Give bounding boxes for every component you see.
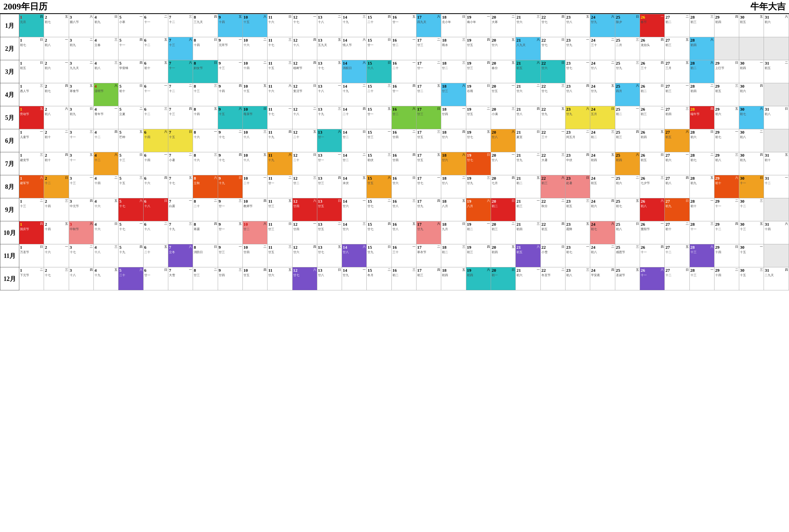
apr-7: 7二 十二: [168, 83, 193, 106]
dec-16: 16三 初二: [391, 267, 416, 290]
may-23: 23六 廿九: [565, 106, 590, 129]
mar-15: 15日 十八: [367, 60, 391, 83]
october-row: 10月 1四 国庆节 2五 十四 3六 中秋节 4日 十六 5一 十七 6二 十…: [0, 221, 789, 244]
march-row: 3月 1日 初五 2一 初六 3二 九九天 4三 初八 5四 学雷锋 6五 初十…: [0, 60, 789, 83]
may-row: 5月 1五 劳动节 2六 初八 3日 初九 4一 青年节 5二 立夏 6三 十二…: [0, 106, 789, 129]
feb-24: 24二 三十: [590, 37, 615, 60]
jun-31: [764, 129, 789, 152]
jan-7: 7三 十二: [168, 14, 193, 37]
jan-17: 17六 四九天: [417, 14, 441, 37]
jun-20: 20六 廿八: [491, 129, 516, 152]
jun-19: 19五 廿七: [466, 129, 491, 152]
dec-31: 31四 二九天: [764, 267, 789, 290]
oct-27: 27二 初十: [665, 221, 690, 244]
may-7: 7四 十三: [168, 106, 193, 129]
may-11: 11一 十七: [268, 106, 292, 129]
jul-9: 9四 十七: [218, 152, 242, 175]
feb-2: 2一 初八: [44, 37, 69, 60]
jun-26: 26五 初四: [640, 129, 664, 152]
feb-23: 23一 廿九: [565, 37, 590, 60]
apr-4: 4六 清明节: [94, 83, 118, 106]
dec-20: 20日 初一: [491, 267, 516, 290]
jun-12: 12五 二十: [292, 129, 317, 152]
month-label-feb: 2月: [0, 37, 19, 60]
oct-24: 24六 初七: [590, 221, 615, 244]
nov-9: 9一 廿三: [218, 244, 242, 267]
sep-26: 26六 初八: [640, 198, 664, 221]
oct-25: 25日 初八: [615, 221, 640, 244]
jan-23: 23五 廿八: [565, 14, 590, 37]
apr-31: [764, 83, 789, 106]
apr-13: 13一 十八: [317, 83, 342, 106]
feb-4: 4三 立春: [94, 37, 118, 60]
mar-30: 30一 初四: [739, 60, 764, 83]
january-row: 1月 1四 元旦 2五 初七 3六 腊八节 4日 初九 5一 小寒 6二 十一 …: [0, 14, 789, 37]
apr-1: 1三 愚人节: [19, 83, 44, 106]
mar-28: 28六 初二: [690, 60, 714, 83]
sep-21: 21一 初三: [516, 198, 540, 221]
oct-6: 6二 十八: [143, 221, 168, 244]
aug-14: 14五 末伏: [342, 175, 367, 198]
may-18: 18一 廿四: [441, 106, 466, 129]
dec-12: 12六 廿七: [292, 267, 317, 290]
aug-21: 21五 初二: [516, 175, 540, 198]
feb-31: [764, 37, 789, 60]
jun-10: 10三 十八: [242, 129, 267, 152]
mar-24: 24二 廿八: [590, 60, 615, 83]
oct-8: 8四 寒露: [193, 221, 218, 244]
jul-14: 14二 廿二: [342, 152, 367, 175]
jan-28: 28三 初三: [690, 14, 714, 37]
jan-1: 1四 元旦: [19, 14, 44, 37]
nov-3: 3二 十七: [69, 244, 93, 267]
june-row: 6月 1一 儿童节 2二 初十 3三 十一 4四 十二 5五 芒种 6六 十四 …: [0, 129, 789, 152]
jan-13: 13二 十八: [317, 14, 342, 37]
jun-6: 6六 十四: [143, 129, 168, 152]
dec-25: 25五 圣诞节: [615, 267, 640, 290]
nov-1: 1日 万圣节: [19, 244, 44, 267]
nov-22: 22日 小雪: [540, 244, 565, 267]
aug-4: 4二 十四: [94, 175, 118, 198]
jan-16: 16五 廿一: [391, 14, 416, 37]
jun-24: 24三 初二: [590, 129, 615, 152]
feb-11: 11三 十七: [268, 37, 292, 60]
jun-23: 23二 闰五月: [565, 129, 590, 152]
may-30: 30六 初七: [739, 106, 764, 129]
may-27: 27三 初四: [665, 106, 690, 129]
apr-27: 27一 初三: [665, 83, 690, 106]
jul-7: 7二 小暑: [168, 152, 193, 175]
nov-31: [764, 244, 789, 267]
mar-2: 2一 初六: [44, 60, 69, 83]
mar-29: 29日 上巳节: [714, 60, 739, 83]
nov-13: 13五 廿七: [317, 244, 342, 267]
may-9: 9六 十五: [218, 106, 242, 129]
mar-4: 4三 初八: [94, 60, 118, 83]
oct-10: 10六 廿二: [242, 221, 267, 244]
feb-13: 13五 五九天: [317, 37, 342, 60]
feb-27: 27五 初三: [665, 37, 690, 60]
september-row: 9月 1二 十三 2三 十四 3四 中元节 4五 十六 5六 十七 6日 十八 …: [0, 198, 789, 221]
aug-5: 5三 十五: [118, 175, 143, 198]
month-label-sep: 9月: [0, 198, 19, 221]
sep-8: 8二 二十: [193, 198, 218, 221]
apr-19: 19日 谷雨: [466, 83, 491, 106]
sep-15: 15二 廿七: [367, 198, 391, 221]
sep-4: 4五 十六: [94, 198, 118, 221]
apr-24: 24五 廿九: [590, 83, 615, 106]
apr-17: 17五 廿二: [417, 83, 441, 106]
mar-11: 11三 十五: [268, 60, 292, 83]
aug-15: 15六 廿五: [367, 175, 391, 198]
oct-30: 30五 十三: [739, 221, 764, 244]
jul-17: 17五 廿五: [417, 152, 441, 175]
aug-13: 13四 廿三: [317, 175, 342, 198]
apr-16: 16四 廿一: [391, 83, 416, 106]
apr-6: 6一 十一: [143, 83, 168, 106]
dec-26: 26六 十一: [640, 267, 664, 290]
apr-5: 5日 初十: [118, 83, 143, 106]
dec-6: 6日 廿一: [143, 267, 168, 290]
apr-26: 26日 初二: [640, 83, 664, 106]
apr-10: 10五 十五: [242, 83, 267, 106]
oct-29: 29四 十二: [714, 221, 739, 244]
oct-12: 12一 廿四: [292, 221, 317, 244]
sep-29: 29二 十一: [714, 198, 739, 221]
july-row: 7月 1三 建党节 2四 初十 3五 十一 4六 十二 5日 十三 6一 十四 …: [0, 152, 789, 175]
